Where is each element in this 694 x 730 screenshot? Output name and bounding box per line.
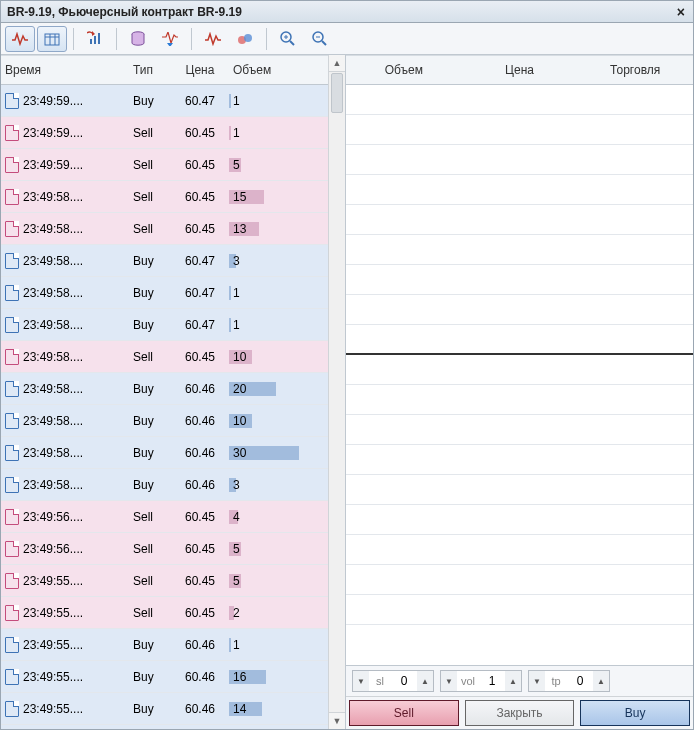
th-dom-vol[interactable]: Объем bbox=[346, 63, 462, 77]
tick-row[interactable]: 23:49:59....Sell60.455 bbox=[1, 149, 328, 181]
toolbar-pulse-blue[interactable] bbox=[155, 26, 185, 52]
tick-row[interactable]: 23:49:58....Sell60.4515 bbox=[1, 181, 328, 213]
cell-type: Buy bbox=[129, 478, 171, 492]
cell-price: 60.45 bbox=[171, 542, 229, 556]
toolbar-database[interactable] bbox=[123, 26, 153, 52]
dom-row[interactable] bbox=[346, 325, 693, 355]
dom-row[interactable] bbox=[346, 175, 693, 205]
th-dom-trade[interactable]: Торговля bbox=[577, 63, 693, 77]
tp-down[interactable]: ▼ bbox=[529, 671, 545, 691]
cell-type: Sell bbox=[129, 158, 171, 172]
th-vol[interactable]: Объем bbox=[229, 63, 299, 77]
vol-down[interactable]: ▼ bbox=[441, 671, 457, 691]
tick-row[interactable]: 23:49:58....Buy60.471 bbox=[1, 277, 328, 309]
dom-row[interactable] bbox=[346, 595, 693, 625]
dom-row[interactable] bbox=[346, 265, 693, 295]
scroll-up-icon[interactable]: ▲ bbox=[329, 55, 345, 72]
file-icon bbox=[5, 541, 19, 557]
window-title: BR-9.19, Фьючерсный контракт BR-9.19 bbox=[7, 5, 242, 19]
tick-row[interactable]: 23:49:58....Buy60.4630 bbox=[1, 437, 328, 469]
cell-price: 60.45 bbox=[171, 350, 229, 364]
tp-up[interactable]: ▲ bbox=[593, 671, 609, 691]
dom-row[interactable] bbox=[346, 445, 693, 475]
close-icon[interactable]: × bbox=[673, 4, 689, 20]
toolbar-calendar[interactable] bbox=[37, 26, 67, 52]
tick-row[interactable]: 23:49:59....Sell60.451 bbox=[1, 117, 328, 149]
dom-row[interactable] bbox=[346, 145, 693, 175]
tick-row[interactable]: 23:49:58....Sell60.4510 bbox=[1, 341, 328, 373]
dom-row[interactable] bbox=[346, 535, 693, 565]
buy-button[interactable]: Buy bbox=[580, 700, 690, 726]
tick-row[interactable]: 23:49:58....Buy60.4610 bbox=[1, 405, 328, 437]
cell-vol: 3 bbox=[229, 254, 299, 268]
toolbar-refresh-chart[interactable] bbox=[80, 26, 110, 52]
vol-up[interactable]: ▲ bbox=[505, 671, 521, 691]
zoom-in-icon bbox=[280, 31, 296, 47]
toolbar-pulse-red[interactable] bbox=[198, 26, 228, 52]
dom-row[interactable] bbox=[346, 235, 693, 265]
dom-row[interactable] bbox=[346, 295, 693, 325]
cell-price: 60.45 bbox=[171, 574, 229, 588]
tick-row[interactable]: 23:49:58....Sell60.4513 bbox=[1, 213, 328, 245]
cell-type: Sell bbox=[129, 510, 171, 524]
tick-row[interactable]: 23:49:58....Buy60.463 bbox=[1, 469, 328, 501]
dom-row[interactable] bbox=[346, 205, 693, 235]
file-icon bbox=[5, 573, 19, 589]
tick-row[interactable]: 23:49:58....Buy60.4620 bbox=[1, 373, 328, 405]
cell-price: 60.46 bbox=[171, 638, 229, 652]
th-price[interactable]: Цена bbox=[171, 63, 229, 77]
dom-row[interactable] bbox=[346, 385, 693, 415]
dom-row[interactable] bbox=[346, 415, 693, 445]
file-icon bbox=[5, 509, 19, 525]
cell-price: 60.46 bbox=[171, 478, 229, 492]
toolbar-zoom-out[interactable] bbox=[305, 26, 335, 52]
tick-row[interactable]: 23:49:55....Sell60.452 bbox=[1, 597, 328, 629]
sl-label: sl bbox=[369, 675, 391, 687]
sl-stepper[interactable]: ▼ sl 0 ▲ bbox=[352, 670, 434, 692]
cell-price: 60.45 bbox=[171, 190, 229, 204]
dom-row[interactable] bbox=[346, 85, 693, 115]
tick-row[interactable]: 23:49:55....Buy60.4616 bbox=[1, 661, 328, 693]
dom-row[interactable] bbox=[346, 475, 693, 505]
toolbar-chart-toggle[interactable] bbox=[5, 26, 35, 52]
dom-row[interactable] bbox=[346, 115, 693, 145]
tick-row[interactable]: 23:49:55....Buy60.461 bbox=[1, 629, 328, 661]
file-icon bbox=[5, 445, 19, 461]
scroll-down-icon[interactable]: ▼ bbox=[329, 712, 345, 729]
svg-rect-5 bbox=[94, 36, 96, 44]
cell-time: 23:49:59.... bbox=[1, 93, 129, 109]
toolbar-bubbles[interactable] bbox=[230, 26, 260, 52]
tick-row[interactable]: 23:49:59....Buy60.471 bbox=[1, 85, 328, 117]
tick-row[interactable]: 23:49:58....Buy60.471 bbox=[1, 309, 328, 341]
close-button[interactable]: Закрыть bbox=[465, 700, 575, 726]
scrollbar[interactable]: ▲ ▼ bbox=[328, 55, 345, 729]
file-icon bbox=[5, 285, 19, 301]
tick-row[interactable]: 23:49:55....Buy60.4614 bbox=[1, 693, 328, 725]
sell-button[interactable]: Sell bbox=[349, 700, 459, 726]
tick-row[interactable]: 23:49:55....Sell60.455 bbox=[1, 565, 328, 597]
dom-row[interactable] bbox=[346, 565, 693, 595]
cell-price: 60.47 bbox=[171, 286, 229, 300]
vol-label: vol bbox=[457, 675, 479, 687]
scroll-thumb[interactable] bbox=[331, 73, 343, 113]
dom-row[interactable] bbox=[346, 505, 693, 535]
tick-row[interactable]: 23:49:54....Buy60.467 bbox=[1, 725, 328, 729]
dom-row[interactable] bbox=[346, 355, 693, 385]
tick-row[interactable]: 23:49:58....Buy60.473 bbox=[1, 245, 328, 277]
sl-down[interactable]: ▼ bbox=[353, 671, 369, 691]
tick-row[interactable]: 23:49:56....Sell60.455 bbox=[1, 533, 328, 565]
cell-price: 60.47 bbox=[171, 94, 229, 108]
th-dom-price[interactable]: Цена bbox=[462, 63, 578, 77]
tp-stepper[interactable]: ▼ tp 0 ▲ bbox=[528, 670, 610, 692]
toolbar-sep bbox=[191, 28, 192, 50]
ticks-body: 23:49:59....Buy60.47123:49:59....Sell60.… bbox=[1, 85, 328, 729]
cell-time: 23:49:55.... bbox=[1, 637, 129, 653]
toolbar-zoom-in[interactable] bbox=[273, 26, 303, 52]
th-type[interactable]: Тип bbox=[129, 63, 171, 77]
cell-type: Buy bbox=[129, 670, 171, 684]
tick-row[interactable]: 23:49:56....Sell60.454 bbox=[1, 501, 328, 533]
vol-stepper[interactable]: ▼ vol 1 ▲ bbox=[440, 670, 522, 692]
sl-up[interactable]: ▲ bbox=[417, 671, 433, 691]
cell-vol: 5 bbox=[229, 574, 299, 588]
th-time[interactable]: Время bbox=[1, 63, 129, 77]
